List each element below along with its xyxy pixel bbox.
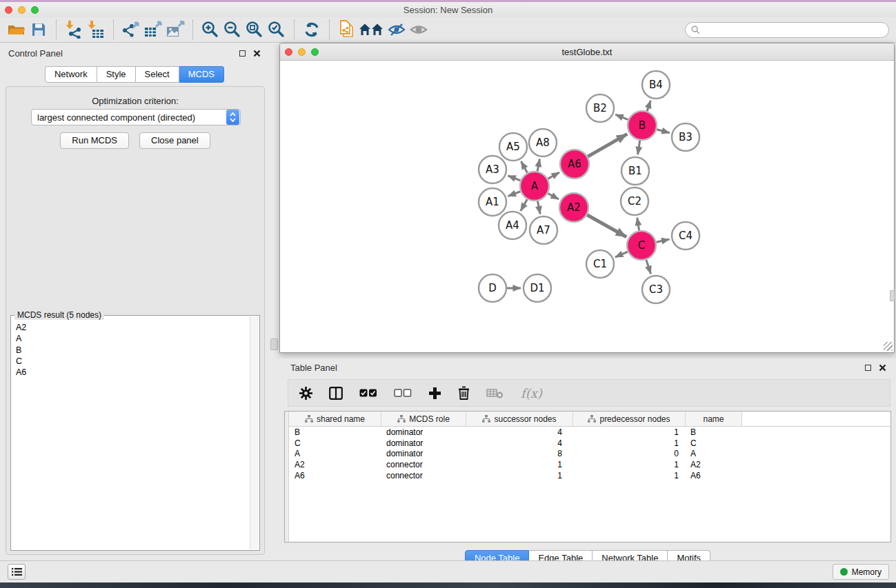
search-box[interactable] xyxy=(685,22,889,38)
graph-edge-B-B3[interactable] xyxy=(657,130,670,133)
result-item[interactable]: A2 xyxy=(16,322,249,333)
show-details-button[interactable] xyxy=(408,19,430,40)
zoom-fit-button[interactable] xyxy=(243,19,266,40)
graph-node-label: A2 xyxy=(567,201,581,214)
graph-edge-B-B2[interactable] xyxy=(615,114,628,120)
home-button[interactable] xyxy=(358,19,386,40)
graph-edge-C-C3[interactable] xyxy=(646,260,651,274)
graph-edge-A6-B[interactable] xyxy=(588,134,627,156)
tab-select[interactable]: Select xyxy=(136,66,179,83)
import-network-button[interactable] xyxy=(63,19,85,40)
graph-node-label: A3 xyxy=(486,163,499,176)
table-row[interactable]: Bdominator41B xyxy=(289,427,890,438)
save-session-button[interactable] xyxy=(28,19,50,40)
mcds-result-list[interactable]: A2ABCA6 xyxy=(12,318,249,549)
export-table-button[interactable] xyxy=(142,19,164,40)
search-icon xyxy=(691,26,700,34)
zoom-in-icon xyxy=(201,21,219,39)
column-header-label: name xyxy=(703,414,724,424)
tab-style[interactable]: Style xyxy=(97,66,136,83)
delete-column-button[interactable] xyxy=(458,386,470,400)
tab-mcds[interactable]: MCDS xyxy=(179,66,224,83)
graph-edge-A-A6[interactable] xyxy=(548,172,559,179)
close-table-panel-icon[interactable] xyxy=(879,364,886,372)
export-image-button[interactable] xyxy=(164,19,186,40)
float-table-panel-icon[interactable] xyxy=(865,365,871,371)
close-panel-icon[interactable] xyxy=(253,50,261,57)
zoom-selected-icon xyxy=(268,21,286,39)
table-cell: 8 xyxy=(466,449,573,458)
vertical-splitter-handle[interactable] xyxy=(270,338,278,350)
result-scrollbar[interactable] xyxy=(250,316,259,549)
column-header-name[interactable]: name xyxy=(686,412,742,426)
graph-edge-C-C4[interactable] xyxy=(656,239,669,242)
search-input[interactable] xyxy=(700,23,888,36)
desktop-background xyxy=(0,582,896,588)
hide-eye-icon xyxy=(388,22,406,37)
graph-edge-B-B1[interactable] xyxy=(638,141,640,155)
hide-details-button[interactable] xyxy=(386,19,408,40)
network-canvas[interactable]: AA1A2A3A4A5A6A7A8BB1B2B3B4CC1C2C3C4DD1 xyxy=(281,61,893,352)
split-panel-button[interactable] xyxy=(329,387,343,400)
graph-edge-A-A7[interactable] xyxy=(537,201,540,214)
close-panel-button[interactable]: Close panel xyxy=(139,132,210,149)
zoom-out-button[interactable] xyxy=(221,19,243,40)
graph-edge-C-C2[interactable] xyxy=(637,218,639,231)
table-cell: 1 xyxy=(466,471,573,480)
network-window-titlebar[interactable]: testGlobe.txt xyxy=(280,43,894,61)
open-file-button[interactable] xyxy=(6,19,28,40)
graph-edge-A-A3[interactable] xyxy=(508,176,520,181)
result-item[interactable]: C xyxy=(16,356,249,367)
graph-node-label: C xyxy=(638,239,645,252)
result-item[interactable]: B xyxy=(16,345,249,356)
result-item[interactable]: A xyxy=(16,333,249,344)
unchecked-checkboxes-icon xyxy=(394,389,412,398)
graph-edge-B-B4[interactable] xyxy=(647,101,650,111)
graph-edge-C-C1[interactable] xyxy=(615,252,628,257)
zoom-selected-button[interactable] xyxy=(266,19,288,40)
table-row[interactable]: A6connector11A6 xyxy=(289,470,890,481)
column-header-predecessor-nodes[interactable]: predecessor nodes xyxy=(573,412,686,426)
right-splitter-handle[interactable] xyxy=(890,290,895,301)
table-panel: Table Panel xyxy=(279,358,896,560)
table-row[interactable]: Adominator80A xyxy=(289,448,890,459)
plus-icon xyxy=(428,387,441,400)
table-cell: dominator xyxy=(381,427,466,437)
result-item[interactable]: A6 xyxy=(16,367,249,378)
save-icon xyxy=(31,22,46,37)
graph-edge-A-A1[interactable] xyxy=(508,192,520,196)
graph-edge-A-A8[interactable] xyxy=(537,159,539,172)
column-header-filler xyxy=(742,412,890,426)
refresh-button[interactable] xyxy=(301,19,323,40)
column-header-mcds-role[interactable]: MCDS role xyxy=(381,412,466,426)
graph-edge-A-A2[interactable] xyxy=(548,194,559,200)
table-cell: 1 xyxy=(573,471,686,480)
table-toolbar: f(x) xyxy=(288,379,890,407)
zoom-in-button[interactable] xyxy=(199,19,221,40)
graph-node-label: A5 xyxy=(506,141,520,153)
create-column-button[interactable] xyxy=(428,387,441,400)
export-network-button[interactable] xyxy=(120,19,142,40)
run-mcds-button[interactable]: Run MCDS xyxy=(60,132,129,149)
window-resize-grip[interactable] xyxy=(884,342,893,351)
memory-button[interactable]: Memory xyxy=(833,564,889,580)
show-eye-icon xyxy=(410,22,428,37)
table-settings-button[interactable] xyxy=(299,387,312,400)
network-window-title: testGlobe.txt xyxy=(280,47,894,57)
graph-edge-A-A4[interactable] xyxy=(521,199,527,211)
graph-edge-A-A5[interactable] xyxy=(521,161,527,173)
zoom-fit-icon xyxy=(246,21,263,39)
import-table-button[interactable] xyxy=(85,19,107,40)
tab-network[interactable]: Network xyxy=(45,66,97,83)
table-row[interactable]: A2connector11A2 xyxy=(289,459,890,470)
criterion-dropdown[interactable]: largest connected component (directed) xyxy=(31,109,241,125)
graph-edge-A2-C[interactable] xyxy=(587,215,626,237)
task-history-button[interactable] xyxy=(8,564,26,580)
float-panel-icon[interactable] xyxy=(239,50,246,57)
column-header-successor-nodes[interactable]: successor nodes xyxy=(466,412,573,426)
table-row[interactable]: Cdominator41C xyxy=(289,438,890,449)
network-document-button[interactable] xyxy=(336,19,358,40)
column-header-shared-name[interactable]: shared name xyxy=(289,412,381,426)
show-all-columns-button[interactable] xyxy=(359,389,377,398)
hide-all-columns-button[interactable] xyxy=(394,389,412,398)
